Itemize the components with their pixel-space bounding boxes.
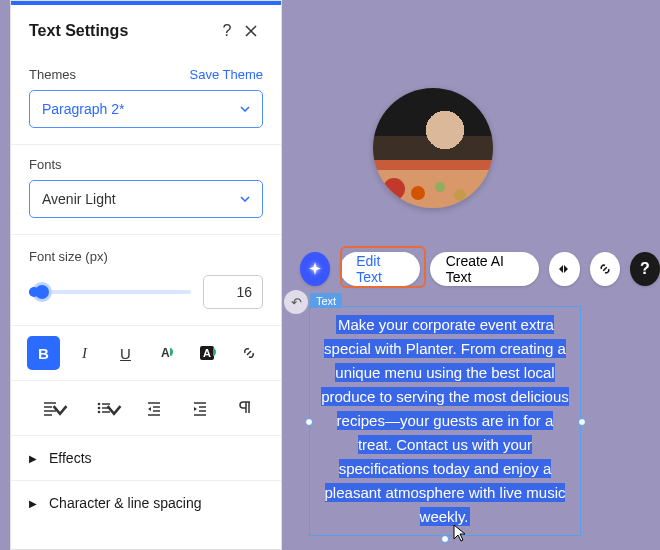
underline-button[interactable]: U	[109, 336, 142, 370]
help-icon[interactable]: ?	[215, 19, 239, 43]
text-color-button[interactable]: A	[150, 336, 183, 370]
bold-button[interactable]: B	[27, 336, 60, 370]
panel-title: Text Settings	[29, 22, 215, 40]
text-element[interactable]: Make your corporate event extra special …	[309, 306, 581, 536]
fontsize-value: 16	[236, 284, 252, 300]
themes-label: Themes	[29, 67, 76, 82]
char-spacing-label: Character & line spacing	[49, 495, 202, 511]
indent-decrease-button[interactable]	[135, 391, 173, 425]
triangle-right-icon: ▶	[29, 498, 37, 509]
panel-header: Text Settings ?	[11, 5, 281, 55]
resize-handle-right[interactable]	[578, 418, 586, 426]
effects-row[interactable]: ▶ Effects	[11, 436, 281, 481]
format-toolbar-1: B I U A A	[11, 326, 281, 381]
effects-label: Effects	[49, 450, 92, 466]
svg-text:A: A	[161, 346, 170, 360]
highlight-color-button[interactable]: A	[191, 336, 224, 370]
ai-sparkle-button[interactable]	[300, 252, 330, 286]
close-icon[interactable]	[239, 19, 263, 43]
element-action-bar: Edit Text Create AI Text ?	[300, 252, 660, 286]
fontsize-input[interactable]: 16	[203, 275, 263, 309]
save-theme-link[interactable]: Save Theme	[190, 67, 263, 82]
create-ai-text-button[interactable]: Create AI Text	[430, 252, 540, 286]
text-settings-panel: Text Settings ? Themes Save Theme Paragr…	[10, 0, 282, 550]
svg-point-3	[98, 403, 101, 406]
link-button[interactable]	[232, 336, 265, 370]
undo-icon[interactable]: ↶	[284, 290, 308, 314]
edit-text-label: Edit Text	[356, 253, 403, 285]
format-toolbar-2	[11, 381, 281, 436]
chevron-down-icon	[240, 106, 250, 112]
link-circle-button[interactable]	[590, 252, 620, 286]
resize-handle-left[interactable]	[305, 418, 313, 426]
text-content: Make your corporate event extra special …	[321, 315, 569, 526]
font-dropdown[interactable]: Avenir Light	[29, 180, 263, 218]
theme-value: Paragraph 2*	[42, 101, 125, 117]
help-circle-button[interactable]: ?	[630, 252, 660, 286]
font-value: Avenir Light	[42, 191, 116, 207]
fontsize-section: Font size (px) 16	[11, 235, 281, 326]
list-button[interactable]	[81, 391, 127, 425]
align-button[interactable]	[27, 391, 73, 425]
char-spacing-row[interactable]: ▶ Character & line spacing	[11, 481, 281, 525]
svg-text:A: A	[203, 347, 211, 359]
theme-dropdown[interactable]: Paragraph 2*	[29, 90, 263, 128]
text-direction-button[interactable]	[227, 391, 265, 425]
svg-point-5	[98, 411, 101, 414]
create-ai-text-label: Create AI Text	[446, 253, 524, 285]
fonts-section: Fonts Avenir Light	[11, 145, 281, 235]
italic-button[interactable]: I	[68, 336, 101, 370]
chevron-down-icon	[240, 196, 250, 202]
edit-text-button[interactable]: Edit Text	[340, 252, 419, 286]
fontsize-slider[interactable]	[29, 282, 191, 302]
indent-increase-button[interactable]	[181, 391, 219, 425]
triangle-right-icon: ▶	[29, 453, 37, 464]
fonts-label: Fonts	[29, 157, 62, 172]
avatar-image[interactable]	[373, 88, 493, 208]
svg-point-4	[98, 407, 101, 410]
animation-button[interactable]	[549, 252, 579, 286]
fontsize-label: Font size (px)	[29, 249, 108, 264]
themes-section: Themes Save Theme Paragraph 2*	[11, 55, 281, 145]
resize-handle-bottom[interactable]	[441, 535, 449, 543]
